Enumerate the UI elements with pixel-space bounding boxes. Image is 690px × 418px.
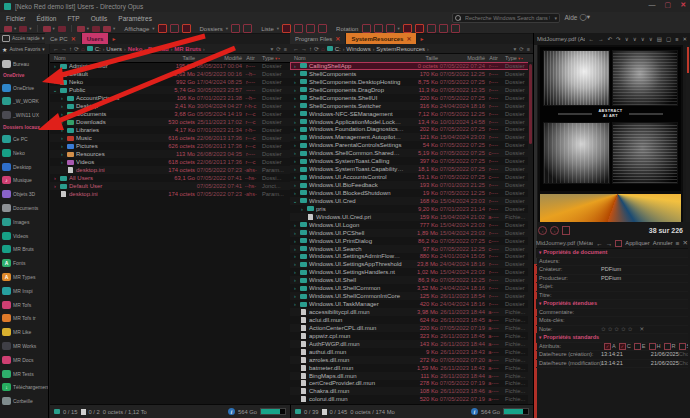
table-row[interactable]: ⌄Windows.UI.Cred168 Ko15/04/2024 23:03r-… [290, 197, 533, 205]
home-icon[interactable]: ⌂ [81, 46, 85, 52]
open-folder-icon[interactable] [19, 26, 27, 32]
expand-icon[interactable]: › [292, 173, 298, 181]
breadcrumb-menu-icon[interactable]: ≡ [527, 46, 530, 52]
layout-1-icon[interactable] [282, 24, 291, 33]
apply-checkbox[interactable] [615, 240, 622, 247]
expand-icon[interactable]: › [59, 110, 65, 118]
viewer-tile-view-icon[interactable]: ▤ [656, 36, 663, 42]
attribute-checkbox-h[interactable] [649, 343, 656, 350]
table-row[interactable]: colorui.dll.mun520 Ko07/05/2022 07:19a--… [290, 395, 533, 403]
search-box[interactable]: ▾ [452, 13, 560, 23]
column-header-attr[interactable]: Attr [485, 55, 502, 61]
view-toggle-3-icon[interactable] [182, 24, 191, 33]
breadcrumb-refresh-icon[interactable]: ⟳ [276, 46, 281, 52]
table-row[interactable]: ›Windows.SystemToast.Calling397 Ko07/05/… [290, 157, 533, 165]
expand-icon[interactable]: › [292, 110, 298, 118]
cancel-button[interactable]: Annuler [653, 240, 673, 246]
table-row[interactable]: Chakra.dll.mun108 Ko26/11/2023 18:46a---… [290, 387, 533, 395]
new-tab-button[interactable]: ▸ [109, 33, 118, 44]
table-row[interactable]: ›ShellComponents170 Ko07/05/2022 12:25r-… [290, 70, 533, 78]
forward-icon[interactable]: → [61, 46, 67, 52]
table-row[interactable]: ›Windows.UI.PrintDialog86,2 Ko07/05/2022… [290, 237, 533, 245]
table-row[interactable]: ›ShellComponents.Switcher316 Ko24/04/202… [290, 102, 533, 110]
rename-icon[interactable] [92, 26, 100, 32]
preview-scrollbar[interactable] [686, 45, 690, 222]
table-row[interactable]: ›Windows.UI.TaskManager420 Ko24/04/2024 … [290, 300, 533, 308]
table-row[interactable]: ›CallingShellApp0 octets07/05/2022 07:24… [290, 62, 533, 70]
expand-icon[interactable]: › [59, 102, 65, 110]
metadata-section-header[interactable]: ▾Propriétés standards [536, 334, 688, 343]
table-row[interactable]: ›Windows.UI.ShellCommonIntCore125 Ko26/1… [290, 292, 533, 300]
refresh-icon[interactable]: ⟳ [314, 45, 319, 52]
expand-icon[interactable]: › [52, 62, 58, 70]
column-header-type[interactable]: Type▾▪ [259, 55, 288, 61]
table-row[interactable]: ›Windows.UI.BioFeedback193 Ko07/01/2023 … [290, 181, 533, 189]
table-row[interactable]: ›Windows.UI.ShellCommon3,52 Mo24/04/2024… [290, 284, 533, 292]
chevron-down-icon[interactable]: ▾ [554, 15, 557, 21]
sidebar-item-t-l-chargements[interactable]: ↓Téléchargements [0, 381, 48, 395]
sidebar-item-fonts[interactable]: AFonts [0, 256, 48, 270]
sidebar-item-mr-types[interactable]: AMR Types [0, 270, 48, 284]
metadata-date-value[interactable]: 21/06/2025 [651, 360, 679, 368]
metadata-section-header[interactable]: ▾Propriétés de document [536, 249, 688, 258]
table-row[interactable]: Windows.UI.Cred.pri159 Ko15/04/2024 21:0… [290, 213, 533, 221]
expand-icon[interactable]: › [292, 292, 298, 300]
sidebar-item-mr-works[interactable]: MR Works [0, 339, 48, 353]
move-icon[interactable] [58, 26, 66, 32]
viewer-dropdown-3-icon[interactable]: ∨ [640, 36, 646, 42]
breadcrumb-segment[interactable]: Windows [346, 46, 370, 52]
expand-icon[interactable]: › [292, 221, 298, 229]
sidebar-item-neko[interactable]: Neko [0, 146, 48, 160]
apply-button[interactable]: Appliquer [625, 240, 650, 246]
back-icon[interactable]: ← [53, 46, 59, 52]
viewer-close-icon[interactable]: ✕ [681, 36, 688, 42]
sidebar-item-desktop[interactable]: Desktop [0, 160, 48, 174]
column-header-attr[interactable]: Attr [242, 55, 259, 61]
table-row[interactable]: ›Windows.UI.BlockedShutdown19 Ko07/05/20… [290, 189, 533, 197]
column-header-taille[interactable]: Taille [161, 55, 195, 61]
metadata-value[interactable]: PDFium [601, 275, 621, 283]
pane-swap-icon[interactable] [403, 24, 412, 33]
table-row[interactable]: desktop.ini174 octets07/05/2022 07:23-ah… [50, 166, 290, 174]
expand-icon[interactable]: › [292, 62, 298, 70]
sidebar-item-mr-docs[interactable]: MR Docs [0, 353, 48, 367]
delete-icon[interactable] [77, 26, 85, 32]
expand-icon[interactable]: › [292, 102, 298, 110]
table-row[interactable]: ⌄Public5,74 Go30/05/2023 23:57-----Dossi… [50, 86, 290, 94]
single-pane-icon[interactable] [451, 24, 460, 33]
sidebar-item-mr-inspi[interactable]: MR Inspi [0, 284, 48, 298]
sidebar-item-bureau[interactable]: Bureau [0, 57, 48, 71]
expand-icon[interactable]: › [292, 276, 298, 284]
table-row[interactable]: ›Default User07/05/2022 07:41--hs-Jonct.… [50, 182, 290, 190]
quick-access-button[interactable]: Accès rapide ▾ [0, 34, 49, 44]
breadcrumb-menu-icon[interactable]: ≡ [284, 46, 287, 52]
table-row[interactable]: ›Downloads530 octets25/11/2023 17:02r---… [50, 118, 290, 126]
refresh-icon[interactable]: ⟳ [74, 45, 79, 52]
table-row[interactable]: ›Windows.UI.Shell86,3 Ko07/05/2022 12:25… [290, 276, 533, 284]
expand-icon[interactable]: › [292, 149, 298, 157]
pdf-preview[interactable]: ABSTRACTAI ART [538, 45, 683, 222]
close-tab-icon[interactable]: ✕ [406, 35, 411, 42]
copy-icon[interactable] [43, 26, 51, 32]
page-mode-icon[interactable] [562, 226, 570, 235]
sidebar-item-mr-bruts[interactable]: MR Bruts [0, 243, 48, 257]
table-row[interactable]: ›Windows.ShellCommon.SharedResources5,19… [290, 149, 533, 157]
scrollbar-thumb[interactable] [529, 64, 532, 144]
sidebar-item-mr-like[interactable]: MR Like [0, 325, 48, 339]
meta-back-icon[interactable]: ← [596, 240, 603, 247]
expand-icon[interactable]: › [52, 182, 58, 190]
viewer-rotate-left-icon[interactable]: ↶ [606, 36, 613, 42]
attribute-checkbox-e[interactable] [634, 343, 641, 350]
table-row[interactable]: ›Windows.UI.Search97 Ko07/05/2022 12:25c… [290, 245, 533, 253]
column-header-nom[interactable]: Nom [52, 55, 161, 61]
layout-2-icon[interactable] [294, 24, 303, 33]
viewer-dropdown-2-icon[interactable]: ∨ [632, 36, 638, 42]
dual-vertical-icon[interactable] [427, 24, 436, 33]
sort-menu-icon[interactable] [386, 24, 395, 33]
meta-close-icon[interactable]: ✕ [683, 239, 688, 247]
expand-icon[interactable]: › [59, 142, 65, 150]
expand-icon[interactable]: › [292, 237, 298, 245]
menu-item-paramètres[interactable]: Paramètres [118, 15, 152, 22]
expand-icon[interactable]: › [59, 134, 65, 142]
disk-info-icon[interactable]: i [228, 408, 235, 415]
